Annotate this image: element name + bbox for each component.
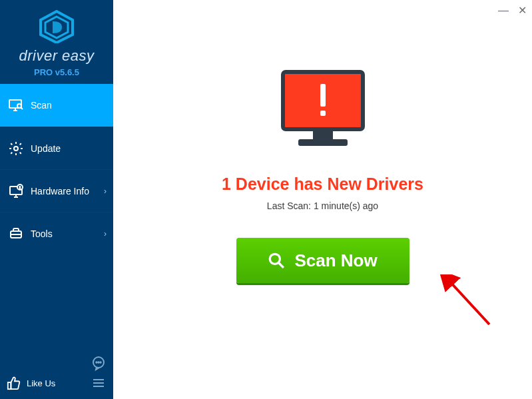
thumbs-up-icon xyxy=(7,376,21,390)
brand-title: driver easy xyxy=(0,47,113,65)
hardware-info-icon: i xyxy=(8,183,24,199)
feedback-icon[interactable] xyxy=(91,355,107,371)
nav-label: Hardware Info xyxy=(31,186,89,197)
svg-rect-25 xyxy=(298,139,348,146)
svg-line-29 xyxy=(279,262,284,268)
brand-version: PRO v5.6.5 xyxy=(0,67,113,77)
nav-item-update[interactable]: Update xyxy=(0,127,113,169)
annotation-arrow-icon xyxy=(439,274,499,334)
svg-point-16 xyxy=(96,362,97,363)
svg-point-7 xyxy=(14,147,18,151)
brand-logo-icon xyxy=(0,10,113,46)
svg-rect-27 xyxy=(320,111,326,116)
close-button[interactable]: ✕ xyxy=(518,5,527,16)
chevron-right-icon: › xyxy=(104,229,107,238)
update-gear-icon xyxy=(8,141,24,157)
menu-icon[interactable] xyxy=(91,375,107,391)
like-us-button[interactable]: Like Us xyxy=(7,376,55,390)
headline: 1 Device has New Drivers xyxy=(222,175,423,194)
svg-point-28 xyxy=(270,254,280,264)
svg-rect-24 xyxy=(313,131,333,139)
nav-label: Tools xyxy=(31,228,53,239)
minimize-button[interactable]: — xyxy=(498,5,509,16)
content: 1 Device has New Drivers Last Scan: 1 mi… xyxy=(113,0,532,283)
svg-point-17 xyxy=(98,362,99,363)
alert-monitor-icon xyxy=(273,67,373,156)
last-scan-text: Last Scan: 1 minute(s) ago xyxy=(267,200,378,211)
sidebar-spacer xyxy=(0,254,113,350)
nav-label: Update xyxy=(31,143,61,154)
svg-rect-26 xyxy=(320,84,326,107)
main-panel: — ✕ 1 Device has New Drivers Last Scan: … xyxy=(113,0,532,399)
search-icon xyxy=(268,252,285,269)
svg-point-18 xyxy=(100,362,101,363)
svg-point-5 xyxy=(17,104,21,108)
nav-label: Scan xyxy=(31,100,52,111)
scan-button-label: Scan Now xyxy=(294,250,377,271)
brand-block: driver easy PRO v5.6.5 xyxy=(0,0,113,84)
nav: Scan Update xyxy=(0,84,113,254)
svg-text:i: i xyxy=(19,186,20,190)
nav-item-hardware[interactable]: i Hardware Info › xyxy=(0,169,113,212)
bottom-row: Like Us xyxy=(7,375,107,391)
sidebar: driver easy PRO v5.6.5 Scan xyxy=(0,0,113,399)
nav-item-scan[interactable]: Scan xyxy=(0,84,113,127)
scan-now-button[interactable]: Scan Now xyxy=(236,238,409,283)
svg-line-31 xyxy=(449,281,489,324)
tools-icon xyxy=(8,226,24,242)
bottom-icon-row-top xyxy=(7,355,107,371)
scan-monitor-icon xyxy=(8,97,24,113)
sidebar-bottom: Like Us xyxy=(0,350,113,399)
svg-rect-19 xyxy=(8,382,11,389)
app-window: driver easy PRO v5.6.5 Scan xyxy=(0,0,532,399)
svg-line-6 xyxy=(21,107,23,109)
chevron-right-icon: › xyxy=(104,187,107,196)
like-label: Like Us xyxy=(27,378,55,388)
nav-item-tools[interactable]: Tools › xyxy=(0,212,113,254)
window-controls: — ✕ xyxy=(498,5,527,16)
